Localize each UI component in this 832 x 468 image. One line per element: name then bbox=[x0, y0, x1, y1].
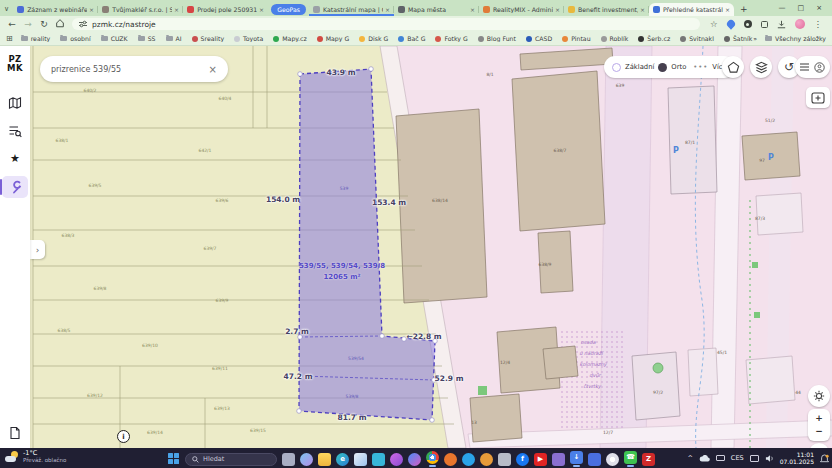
bookmark-item[interactable]: Sreality bbox=[192, 35, 224, 42]
tab-close-icon[interactable]: × bbox=[555, 6, 560, 13]
whatsapp-icon[interactable]: ☎ bbox=[624, 451, 637, 467]
notifications-bell-icon[interactable] bbox=[820, 449, 829, 468]
site-settings-icon[interactable] bbox=[79, 20, 87, 28]
bookmarks-overflow-icon[interactable]: » bbox=[753, 35, 757, 42]
bookmark-item[interactable]: CUZK bbox=[101, 35, 128, 42]
bookmark-item[interactable]: Pintau bbox=[562, 35, 590, 42]
tab-benefit[interactable]: Benefit investment, a.s. (b... × bbox=[564, 3, 649, 16]
tab-webinar[interactable]: Záznam z webináře CeMu... × bbox=[13, 3, 98, 16]
tray-chevron-icon[interactable]: ^ bbox=[687, 454, 692, 462]
calculator-icon[interactable] bbox=[588, 453, 601, 466]
sidebar-item-documents[interactable] bbox=[2, 422, 28, 444]
search-input[interactable]: prizrenice 539/55 bbox=[51, 65, 209, 74]
bookmark-item[interactable]: Disk G bbox=[359, 35, 388, 42]
bookmark-item[interactable]: Bač G bbox=[398, 35, 425, 42]
reload-button[interactable]: ↻ bbox=[36, 19, 52, 29]
bookmark-item[interactable]: reality bbox=[21, 35, 51, 42]
tab-close-icon[interactable]: × bbox=[174, 6, 179, 13]
cast-screen-icon[interactable] bbox=[750, 455, 759, 462]
map-settings-button[interactable] bbox=[808, 385, 830, 407]
taskbar-weather[interactable]: -1°C Převáž. oblačno bbox=[5, 450, 66, 464]
draw-shape-button[interactable] bbox=[722, 56, 744, 78]
sidebar-item-map[interactable] bbox=[2, 92, 28, 114]
bookmark-item[interactable]: Roblík bbox=[601, 35, 629, 42]
panel-expand-button[interactable]: › bbox=[30, 240, 45, 259]
tab-close-icon[interactable]: × bbox=[725, 6, 730, 13]
keyboard-icon[interactable] bbox=[716, 455, 725, 461]
hamburger-menu-icon[interactable] bbox=[800, 63, 809, 71]
bookmark-item[interactable]: osobní bbox=[60, 35, 90, 42]
tab-katastralni-info[interactable]: Přehledné katastrální info... × bbox=[649, 3, 734, 16]
profile-avatar[interactable] bbox=[795, 19, 805, 29]
taskbar-search[interactable]: Hledat bbox=[185, 453, 277, 466]
extension-gear-icon[interactable] bbox=[744, 20, 752, 28]
tab-katastralni-mapa[interactable]: Katastrální mapa | GeoPa... × bbox=[309, 3, 394, 16]
outlook-icon[interactable] bbox=[480, 453, 493, 466]
edge-icon[interactable]: e bbox=[336, 453, 349, 466]
tab-group-label[interactable]: GeoPas bbox=[271, 4, 306, 15]
bookmark-item[interactable]: Šatník bbox=[724, 35, 752, 42]
map-search-bar[interactable]: prizrenice 539/55 × bbox=[40, 56, 228, 82]
zoom-in-button[interactable]: + bbox=[815, 414, 823, 423]
bookmark-item[interactable]: Toyota bbox=[234, 35, 263, 42]
forward-button[interactable]: → bbox=[20, 19, 36, 29]
basemap-basic-icon[interactable] bbox=[612, 63, 621, 72]
browser-menu-icon[interactable]: ⋮ bbox=[814, 19, 823, 29]
bookmark-item[interactable]: SS bbox=[138, 35, 156, 42]
extensions-icon[interactable] bbox=[761, 21, 768, 28]
all-bookmarks-folder[interactable]: Všechny záložky bbox=[765, 35, 826, 42]
tab-realitymix[interactable]: RealityMIX - Administrác... × bbox=[479, 3, 564, 16]
facebook-icon[interactable]: f bbox=[516, 453, 529, 466]
tab-close-icon[interactable]: × bbox=[89, 6, 94, 13]
map-canvas[interactable] bbox=[0, 46, 832, 448]
extension-pin-icon[interactable] bbox=[727, 20, 735, 28]
bookmark-item[interactable]: Fotky G bbox=[435, 35, 467, 42]
tab-close-icon[interactable]: × bbox=[640, 6, 645, 13]
file-explorer-icon[interactable] bbox=[318, 453, 331, 466]
profile-chevron-icon[interactable]: ∨ bbox=[4, 5, 9, 13]
tab-close-icon[interactable]: × bbox=[259, 6, 264, 13]
brave-icon[interactable] bbox=[444, 453, 457, 466]
back-button[interactable]: ← bbox=[4, 19, 20, 29]
bookmark-item[interactable]: AI bbox=[166, 35, 182, 42]
task-view-icon[interactable] bbox=[282, 453, 295, 466]
basemap-ortho-icon[interactable] bbox=[658, 63, 667, 72]
start-button[interactable] bbox=[168, 453, 180, 465]
youtube-icon[interactable]: ▶ bbox=[534, 453, 547, 466]
onedrive-cloud-icon[interactable] bbox=[699, 455, 710, 462]
sidebar-item-favorites[interactable]: ★ bbox=[2, 147, 28, 169]
zoom-out-button[interactable]: − bbox=[815, 427, 823, 436]
bookmark-item[interactable]: Blog Funt bbox=[478, 35, 516, 42]
basemap-more-dots[interactable]: ••• bbox=[693, 63, 708, 71]
photos-icon[interactable] bbox=[354, 453, 367, 466]
tab-system[interactable]: Tvůjmakléř s.r.o. | Systém i... × bbox=[98, 3, 183, 16]
sidebar-item-tools[interactable] bbox=[2, 176, 28, 198]
new-tab-button[interactable]: + bbox=[740, 4, 748, 14]
info-button[interactable]: i bbox=[117, 430, 130, 443]
skype-icon[interactable] bbox=[462, 453, 475, 466]
globe-icon[interactable] bbox=[606, 453, 619, 466]
tab-mapa-mesta[interactable]: Mapa města × bbox=[394, 3, 479, 16]
close-button[interactable]: × bbox=[816, 4, 822, 12]
tab-prodej-pole[interactable]: Prodej pole 250931 m², M... × bbox=[183, 3, 268, 16]
downloads-tray-icon[interactable] bbox=[777, 20, 786, 29]
zoner-icon[interactable]: Z bbox=[642, 453, 655, 466]
layers-button[interactable] bbox=[750, 56, 772, 78]
camera-icon[interactable] bbox=[498, 453, 511, 466]
calendar-icon[interactable] bbox=[372, 453, 385, 466]
tray-language[interactable]: CES bbox=[731, 454, 744, 462]
bookmark-item[interactable]: Svitnakl bbox=[680, 35, 714, 42]
bookmark-item[interactable]: Mapy.cz bbox=[273, 35, 306, 42]
downloads-icon[interactable]: ↓ bbox=[570, 451, 583, 467]
taskbar-clock[interactable]: 11:01 07.01.2025 bbox=[780, 451, 814, 465]
maximize-button[interactable]: □ bbox=[798, 4, 805, 12]
bookmark-star-icon[interactable]: ☆ bbox=[710, 19, 718, 29]
messenger-icon[interactable] bbox=[408, 453, 421, 466]
folder-purple-icon[interactable] bbox=[552, 453, 565, 466]
add-annotation-button[interactable] bbox=[806, 87, 830, 108]
account-icon[interactable] bbox=[814, 62, 825, 73]
minimize-button[interactable]: — bbox=[779, 4, 786, 12]
tab-close-icon[interactable]: × bbox=[385, 6, 390, 13]
tab-close-icon[interactable]: × bbox=[470, 6, 475, 13]
basemap-ortho-label[interactable]: Orto bbox=[671, 63, 686, 71]
